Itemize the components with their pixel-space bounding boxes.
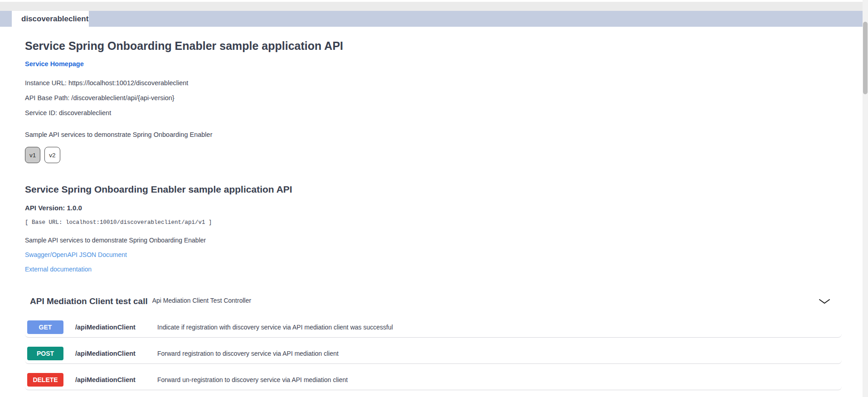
chevron-down-icon[interactable]	[818, 298, 831, 305]
get-method-badge: GET	[27, 320, 63, 334]
main-content: Service Spring Onboarding Enabler sample…	[0, 39, 842, 390]
operation-row-get[interactable]: GET /apiMediationClient Indicate if regi…	[25, 317, 842, 338]
api-doc-description: Sample API services to demonstrate Sprin…	[25, 237, 842, 244]
scrollbar-track[interactable]	[863, 0, 868, 397]
api-version-label: API Version: 1.0.0	[25, 204, 842, 212]
service-id-text: Service ID: discoverableclient	[25, 110, 842, 116]
operation-path: /apiMediationClient	[75, 350, 145, 357]
api-doc-title: Service Spring Onboarding Enabler sample…	[25, 184, 842, 195]
version-button-v2[interactable]: v2	[44, 147, 60, 163]
service-tab-band: discoverableclient	[0, 11, 863, 27]
top-gray-bar	[0, 2, 863, 11]
base-url-text: [ Base URL: localhost:10010/discoverable…	[25, 219, 842, 226]
service-homepage-link[interactable]: Service Homepage	[25, 60, 84, 68]
tab-label: discoverableclient	[21, 15, 88, 24]
operations-list: GET /apiMediationClient Indicate if regi…	[25, 317, 842, 390]
page-title: Service Spring Onboarding Enabler sample…	[25, 39, 842, 53]
swagger-json-link[interactable]: Swagger/OpenAPI JSON Document	[25, 251, 842, 258]
section-title: API Mediation Client test call	[30, 296, 148, 306]
operation-row-post[interactable]: POST /apiMediationClient Forward registr…	[25, 344, 842, 364]
instance-url-text: Instance URL: https://localhost:10012/di…	[25, 80, 842, 87]
section-header-api-mediation[interactable]: API Mediation Client test call Api Media…	[30, 296, 842, 306]
operation-description: Indicate if registration with discovery …	[157, 324, 393, 331]
version-button-v1[interactable]: v1	[25, 147, 40, 163]
operation-path: /apiMediationClient	[75, 376, 145, 383]
section-subtitle: Api Mediation Client Test Controller	[152, 297, 251, 304]
delete-method-badge: DELETE	[27, 373, 63, 387]
tab-discoverableclient[interactable]: discoverableclient	[12, 11, 89, 27]
service-description: Sample API services to demonstrate Sprin…	[25, 131, 842, 138]
api-base-path-text: API Base Path: /discoverableclient/api/{…	[25, 95, 842, 102]
version-selector: v1 v2	[25, 147, 842, 163]
post-method-badge: POST	[27, 347, 63, 360]
operation-path: /apiMediationClient	[75, 324, 145, 331]
scrollbar-thumb[interactable]	[863, 22, 868, 94]
operation-row-delete[interactable]: DELETE /apiMediationClient Forward un-re…	[25, 370, 842, 390]
operation-description: Forward un-registration to discovery ser…	[157, 376, 348, 383]
external-documentation-link[interactable]: External documentation	[25, 266, 842, 273]
service-metadata: Instance URL: https://localhost:10012/di…	[25, 80, 842, 116]
operation-description: Forward registration to discovery servic…	[157, 350, 339, 357]
